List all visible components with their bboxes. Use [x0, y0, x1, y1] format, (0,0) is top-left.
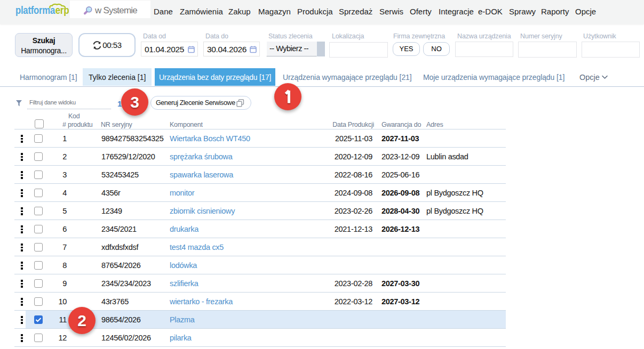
- svg-text:platforma: platforma: [15, 4, 55, 16]
